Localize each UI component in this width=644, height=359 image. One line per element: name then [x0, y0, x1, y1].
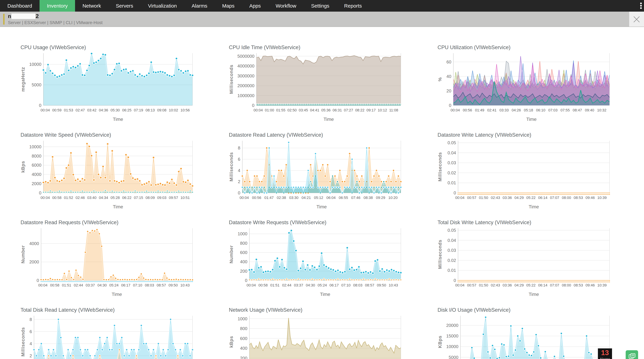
svg-text:09:57: 09:57	[169, 196, 178, 200]
svg-text:02:44: 02:44	[74, 283, 83, 287]
svg-text:00:04: 00:04	[254, 108, 263, 112]
svg-text:0: 0	[245, 278, 247, 283]
tab-reports[interactable]: Reports	[337, 0, 369, 12]
svg-text:Number: Number	[20, 245, 26, 264]
svg-text:00:04: 00:04	[40, 108, 50, 112]
svg-text:200: 200	[240, 356, 247, 359]
svg-text:2000: 2000	[32, 181, 42, 186]
svg-text:6: 6	[238, 157, 240, 162]
chart-plot: 010000002000000300000040000005000000Mill…	[229, 52, 402, 123]
svg-text:6000: 6000	[32, 162, 42, 168]
svg-text:0.03: 0.03	[448, 248, 456, 253]
svg-text:00:04: 00:04	[38, 283, 48, 287]
svg-text:60: 60	[446, 60, 451, 64]
svg-text:11:08: 11:08	[389, 108, 398, 112]
svg-text:04:29: 04:29	[514, 196, 524, 200]
tab-workflow[interactable]: Workflow	[268, 0, 304, 12]
svg-text:8: 8	[238, 146, 240, 150]
svg-text:0: 0	[37, 278, 39, 283]
svg-text:03:45: 03:45	[299, 108, 308, 112]
svg-text:01:55: 01:55	[276, 108, 286, 112]
svg-text:00:04: 00:04	[246, 283, 256, 287]
svg-text:05:30: 05:30	[110, 108, 120, 112]
svg-text:4000: 4000	[29, 241, 39, 246]
svg-text:03:42: 03:42	[87, 108, 96, 112]
chart-title: Total Disk Write Latency (VIWebService)	[438, 220, 611, 227]
alarm-label: Alarms	[598, 357, 612, 359]
svg-text:10:43: 10:43	[180, 283, 190, 287]
svg-text:2: 2	[238, 179, 240, 184]
chart-title: Total Disk Read Latency (VIWebService)	[20, 307, 194, 315]
chart-0: CPU Usage (VIWebService)0500010000megaHe…	[20, 44, 194, 124]
chat-button[interactable]	[626, 350, 638, 359]
svg-text:0.04: 0.04	[448, 238, 456, 243]
svg-text:06:04: 06:04	[326, 196, 336, 200]
top-navigation: DashboardInventoryNetworkServersVirtuali…	[0, 0, 644, 12]
tab-maps[interactable]: Maps	[215, 0, 242, 12]
svg-text:10:43: 10:43	[389, 283, 398, 287]
tab-servers[interactable]: Servers	[108, 0, 140, 12]
svg-text:04:30: 04:30	[98, 283, 107, 287]
tab-inventory[interactable]: Inventory	[40, 0, 75, 12]
chart-7: Datastore Write Requests (VIWebService)0…	[229, 220, 402, 298]
svg-text:15000: 15000	[446, 334, 458, 338]
alarms-badge[interactable]: 13 Alarms	[598, 348, 612, 359]
tab-network[interactable]: Network	[75, 0, 108, 12]
svg-text:0.05: 0.05	[448, 140, 456, 145]
svg-text:Milliseconds: Milliseconds	[20, 327, 26, 356]
svg-text:06:31: 06:31	[332, 108, 342, 112]
svg-text:10:56: 10:56	[180, 108, 190, 112]
svg-text:08:03: 08:03	[145, 283, 154, 287]
svg-text:04:30: 04:30	[306, 283, 315, 287]
svg-text:05:36: 05:36	[321, 108, 330, 112]
svg-text:Milliseconds: Milliseconds	[438, 240, 442, 269]
svg-text:0.01: 0.01	[448, 180, 456, 185]
svg-text:01:51: 01:51	[270, 283, 280, 287]
chart-plot: 05000100001500020000KBps00:0400:5601:490…	[438, 315, 611, 359]
svg-text:600: 600	[240, 336, 247, 341]
kebab-menu-icon[interactable]	[640, 2, 642, 10]
svg-text:07:03: 07:03	[548, 108, 558, 112]
chart-10: Network Usage (VIWebService)020040060080…	[229, 307, 402, 359]
svg-text:0: 0	[454, 190, 456, 196]
svg-text:10:20: 10:20	[388, 196, 398, 200]
svg-text:Time: Time	[316, 204, 327, 209]
svg-text:Time: Time	[324, 117, 334, 122]
tab-dashboard[interactable]: Dashboard	[0, 0, 40, 12]
svg-text:2000: 2000	[29, 259, 39, 264]
svg-text:06:17: 06:17	[121, 283, 130, 287]
svg-text:Time: Time	[113, 204, 123, 209]
chart-title: Network Usage (VIWebService)	[229, 307, 402, 315]
svg-text:10:39: 10:39	[598, 196, 607, 200]
svg-text:06:25: 06:25	[122, 108, 132, 112]
svg-text:01:53: 01:53	[64, 108, 73, 112]
device-name-redacted	[12, 14, 35, 19]
svg-text:08:38: 08:38	[364, 196, 373, 200]
tab-settings[interactable]: Settings	[304, 0, 337, 12]
svg-text:00:57: 00:57	[467, 283, 476, 287]
svg-text:10:32: 10:32	[597, 108, 606, 112]
svg-text:09:50: 09:50	[377, 283, 386, 287]
svg-text:600: 600	[240, 250, 247, 255]
svg-text:40: 40	[446, 74, 451, 79]
svg-text:4: 4	[238, 168, 240, 173]
svg-text:05:24: 05:24	[318, 283, 327, 287]
tab-virtualization[interactable]: Virtualization	[141, 0, 184, 12]
svg-text:20: 20	[446, 88, 451, 94]
svg-text:10:39: 10:39	[598, 283, 607, 287]
close-panel[interactable]	[629, 12, 644, 26]
svg-text:03:36: 03:36	[503, 283, 512, 287]
svg-text:08:53: 08:53	[574, 283, 583, 287]
svg-text:02:44: 02:44	[282, 283, 291, 287]
svg-text:1000: 1000	[238, 231, 247, 236]
svg-text:03:40: 03:40	[87, 196, 96, 200]
tab-alarms[interactable]: Alarms	[184, 0, 215, 12]
svg-text:07:07: 07:07	[550, 283, 559, 287]
svg-text:4: 4	[30, 341, 32, 346]
svg-text:kBps: kBps	[229, 336, 234, 348]
device-name: n	[8, 13, 11, 19]
close-icon[interactable]	[629, 12, 644, 27]
tab-apps[interactable]: Apps	[242, 0, 268, 12]
svg-text:800: 800	[240, 241, 247, 246]
chart-plot: 0500010000megaHertz00:0400:5901:5302:470…	[20, 52, 194, 123]
